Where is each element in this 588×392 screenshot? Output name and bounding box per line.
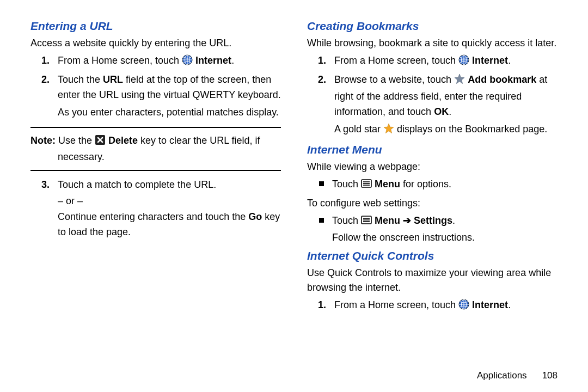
internet-label: Internet	[195, 55, 231, 66]
note-lead: Note:	[30, 135, 56, 146]
note-text: Note: Use the Delete key to clear the UR…	[30, 131, 281, 167]
left-column: Entering a URL Access a website quickly …	[30, 15, 281, 316]
right-column: Creating Bookmarks While browsing, bookm…	[307, 15, 558, 316]
step-text: Continue entering characters and touch t…	[58, 211, 248, 222]
step-text: From a Home screen, touch	[58, 55, 182, 66]
bullet-item: Touch Menu ➔ Settings. Follow the onscre…	[307, 213, 558, 246]
step-text: Browse to a website, touch	[334, 74, 454, 85]
step-1: 1. From a Home screen, touch Internet.	[309, 53, 558, 70]
step-aside: displays on the Bookmarked page.	[397, 124, 547, 134]
intro-text: To configure web settings:	[307, 196, 558, 210]
menu-icon	[361, 215, 372, 230]
bullet-list: Touch Menu for options.	[307, 177, 558, 194]
step-number: 1.	[318, 53, 326, 69]
note-text-d: necessary.	[30, 150, 281, 164]
step-number: 2.	[41, 72, 50, 88]
step-1: 1. From a Home screen, touch Internet.	[33, 53, 281, 70]
period: .	[452, 215, 455, 226]
steps-list: 1. From a Home screen, touch Internet. 2…	[307, 53, 558, 138]
step-number: 1.	[318, 298, 326, 313]
settings-label: Settings	[414, 215, 452, 226]
go-label: Go	[248, 211, 262, 222]
delete-x-icon	[95, 134, 106, 150]
period: .	[508, 299, 511, 310]
globe-icon	[458, 299, 469, 315]
bullet-text: Touch	[332, 215, 361, 226]
period: .	[508, 55, 511, 66]
note-text-a: Use the	[56, 135, 95, 146]
star-grey-icon	[454, 74, 465, 89]
step-number: 1.	[41, 53, 50, 69]
menu-label: Menu	[375, 179, 400, 189]
section-heading-entering-url: Entering a URL	[30, 20, 281, 33]
svg-marker-5	[455, 74, 464, 84]
step-2: 2. Browse to a website, touch Add bookma…	[309, 72, 558, 139]
globe-icon	[458, 54, 469, 70]
intro-text: While browsing, bookmark a site to quick…	[307, 36, 558, 50]
intro-text: Use Quick Controls to maximize your view…	[307, 266, 558, 294]
step-1: 1. From a Home screen, touch Internet.	[309, 298, 558, 315]
bullet-list: Touch Menu ➔ Settings. Follow the onscre…	[307, 213, 558, 246]
bullet-item: Touch Menu for options.	[307, 177, 558, 194]
internet-label: Internet	[472, 299, 508, 310]
or-divider: – or –	[58, 194, 281, 209]
note-block: Note: Use the Delete key to clear the UR…	[30, 127, 281, 171]
intro-text: Access a website quickly by entering the…	[30, 36, 281, 50]
step-number: 3.	[41, 177, 50, 193]
manual-page: Entering a URL Access a website quickly …	[0, 0, 588, 392]
rule-bottom	[30, 170, 281, 171]
add-bookmark-label: Add bookmark	[468, 74, 536, 85]
step-text: Touch the	[58, 74, 103, 85]
bullet-sub: Follow the onscreen instructions.	[332, 230, 558, 246]
step-number: 2.	[318, 72, 326, 88]
section-heading-internet-menu: Internet Menu	[307, 143, 558, 156]
period: .	[231, 55, 234, 66]
note-text-c: key to clear the URL field, if	[138, 135, 260, 146]
star-gold-icon	[383, 123, 394, 139]
internet-label: Internet	[472, 55, 508, 66]
footer-page-number: 108	[542, 370, 558, 381]
rule-top	[30, 127, 281, 128]
steps-list: 1. From a Home screen, touch Internet.	[307, 298, 558, 315]
two-column-layout: Entering a URL Access a website quickly …	[30, 15, 558, 316]
menu-icon	[361, 178, 372, 194]
svg-marker-6	[384, 124, 394, 133]
step-text: Touch a match to complete the URL.	[58, 179, 216, 190]
ok-label: OK	[434, 106, 449, 117]
step-aside: As you enter characters, potential match…	[58, 107, 279, 118]
menu-label: Menu	[375, 215, 400, 226]
intro-text: While viewing a webpage:	[307, 160, 558, 174]
steps-list-continued: 3. Touch a match to complete the URL. – …	[30, 177, 281, 241]
step-text: From a Home screen, touch	[334, 55, 458, 66]
page-footer: Applications108	[477, 370, 558, 381]
bullet-text: Touch	[332, 179, 361, 189]
globe-icon	[182, 54, 193, 70]
step-3: 3. Touch a match to complete the URL. – …	[33, 177, 281, 241]
section-heading-internet-quick-controls: Internet Quick Controls	[307, 249, 558, 262]
step-aside: A gold star	[334, 124, 383, 134]
steps-list: 1. From a Home screen, touch Internet. 2…	[30, 53, 281, 120]
url-label: URL	[103, 74, 123, 85]
period: .	[449, 106, 451, 117]
footer-section: Applications	[477, 370, 527, 381]
step-text: From a Home screen, touch	[334, 299, 458, 310]
step-2: 2. Touch the URL field at the top of the…	[33, 72, 281, 120]
section-heading-creating-bookmarks: Creating Bookmarks	[307, 20, 558, 33]
delete-label: Delete	[108, 135, 138, 146]
arrow-icon: ➔	[403, 215, 414, 226]
bullet-text: for options.	[400, 179, 451, 189]
